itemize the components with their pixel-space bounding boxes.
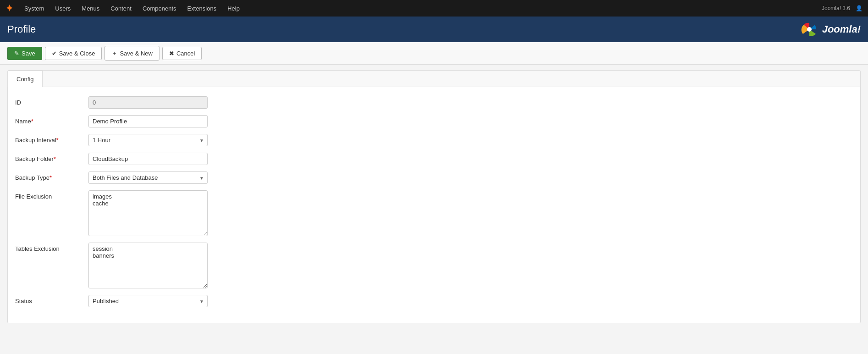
save-icon: ✎ [14,50,19,57]
backup-interval-select[interactable]: 1 Hour2 Hours4 Hours8 Hours12 Hours24 Ho… [88,134,208,146]
cancel-label: Cancel [176,50,195,57]
svg-point-1 [807,27,812,32]
name-required: * [31,118,33,125]
save-new-button[interactable]: ＋ Save & New [104,46,159,61]
user-icon[interactable]: 👤 [856,5,863,11]
backup-type-select[interactable]: Both Files and DatabaseFiles OnlyDatabas… [88,171,208,184]
backup-type-select-wrap: Both Files and DatabaseFiles OnlyDatabas… [88,171,208,184]
tables-exclusion-label: Tables Exclusion [15,243,88,252]
form-row-id: ID [15,96,853,109]
form-row-backup-type: Backup Type* Both Files and DatabaseFile… [15,171,853,184]
file-exclusion-textarea[interactable] [88,190,208,236]
cancel-icon: ✖ [169,50,174,57]
id-label: ID [15,96,88,106]
save-close-icon: ✔ [52,50,57,57]
form-area: ID Name* Backup Interval* 1 Hour2 Hours4… [8,87,860,323]
nav-item-system[interactable]: System [20,0,49,17]
tab-config[interactable]: Config [8,71,43,87]
main-content: Config ID Name* Backup Interval* 1 Hour2… [7,70,861,323]
tables-exclusion-textarea[interactable] [88,243,208,288]
save-close-label: Save & Close [59,50,95,57]
backup-interval-label: Backup Interval* [15,134,88,144]
save-new-label: Save & New [120,50,153,57]
form-row-name: Name* [15,115,853,127]
tabs: Config [8,71,860,87]
form-row-backup-folder: Backup Folder* [15,153,853,165]
save-close-button[interactable]: ✔ Save & Close [45,47,102,60]
toolbar: ✎ Save ✔ Save & Close ＋ Save & New ✖ Can… [0,42,868,65]
backup-folder-input[interactable] [88,153,208,165]
top-nav-left: ✦ System Users Menus Content Components … [5,0,244,17]
backup-type-required: * [49,174,52,181]
nav-item-content[interactable]: Content [106,0,136,17]
save-new-icon: ＋ [111,49,117,57]
name-input[interactable] [88,115,208,127]
page-title: Profile [7,23,36,35]
joomla-logo-header: Joomla! [800,20,861,39]
nav-item-components[interactable]: Components [138,0,181,17]
form-row-file-exclusion: File Exclusion [15,190,853,236]
top-nav: ✦ System Users Menus Content Components … [0,0,868,17]
form-row-tables-exclusion: Tables Exclusion [15,243,853,288]
form-row-status: Status PublishedUnpublished [15,295,853,307]
nav-item-menus[interactable]: Menus [77,0,104,17]
cancel-button[interactable]: ✖ Cancel [162,47,202,60]
joomla-version: Joomla! 3.6 [822,5,850,11]
nav-item-help[interactable]: Help [223,0,244,17]
joomla-nav-logo: ✦ [5,3,13,14]
name-label: Name* [15,115,88,125]
file-exclusion-label: File Exclusion [15,190,88,200]
joomla-icon [800,20,819,39]
nav-item-extensions[interactable]: Extensions [183,0,221,17]
status-label: Status [15,295,88,304]
nav-item-users[interactable]: Users [50,0,75,17]
backup-type-label: Backup Type* [15,171,88,181]
form-row-backup-interval: Backup Interval* 1 Hour2 Hours4 Hours8 H… [15,134,853,146]
status-select-wrap: PublishedUnpublished [88,295,208,307]
backup-interval-required: * [56,137,59,144]
id-input [88,96,208,109]
backup-folder-label: Backup Folder* [15,153,88,162]
top-nav-right: Joomla! 3.6 👤 [822,5,863,11]
backup-interval-select-wrap: 1 Hour2 Hours4 Hours8 Hours12 Hours24 Ho… [88,134,208,146]
save-button[interactable]: ✎ Save [7,47,42,60]
save-label: Save [22,50,35,57]
header-bar: Profile Joomla! [0,17,868,42]
joomla-brand-text: Joomla! [822,23,861,35]
backup-folder-required: * [54,155,56,162]
status-select[interactable]: PublishedUnpublished [88,295,208,307]
